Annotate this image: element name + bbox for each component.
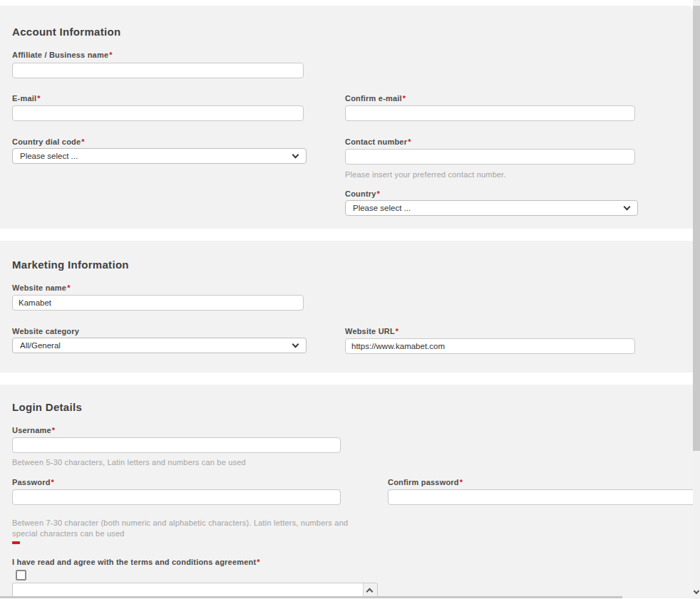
chevron-down-icon [292, 341, 299, 348]
required-asterisk: * [408, 137, 411, 146]
chevron-down-icon [292, 152, 299, 159]
password-help-text: Between 7-30 character (both numeric and… [12, 518, 372, 539]
website-category-label: Website category [12, 327, 79, 335]
scroll-down-arrow-icon[interactable] [694, 588, 699, 594]
required-asterisk: * [52, 426, 55, 434]
required-asterisk: * [377, 189, 380, 198]
vertical-scrollbar-thumb[interactable] [693, 6, 700, 451]
username-help-text: Between 5-30 characters, Latin letters a… [12, 457, 246, 468]
username-label: Username* [12, 426, 55, 434]
country-label: Country* [345, 189, 380, 198]
required-asterisk: * [396, 327, 398, 335]
horizontal-scrollbar-track[interactable] [0, 596, 693, 598]
terms-and-conditions-textbox[interactable] [12, 583, 378, 596]
country-dial-code-select[interactable]: Please select ... [12, 148, 307, 164]
website-url-input[interactable] [345, 338, 635, 354]
horizontal-scrollbar-thumb[interactable] [0, 596, 622, 598]
country-selected-value: Please select ... [353, 204, 411, 212]
required-asterisk: * [460, 478, 463, 486]
website-name-label: Website name* [12, 283, 71, 292]
required-asterisk: * [51, 478, 54, 486]
chevron-up-icon [366, 588, 374, 595]
website-url-label: Website URL* [345, 327, 398, 335]
required-asterisk: * [37, 94, 40, 103]
confirm-password-label: Confirm password* [388, 478, 463, 486]
scroll-up-arrow-icon[interactable] [694, 0, 700, 2]
chevron-down-icon [624, 204, 631, 211]
vertical-scrollbar-track[interactable] [693, 0, 700, 599]
contact-number-help-text: Please insert your preferred contact num… [345, 170, 506, 180]
required-asterisk: * [257, 558, 259, 566]
registration-form-page: Account Information Affiliate / Business… [0, 0, 700, 599]
required-asterisk: * [403, 94, 406, 103]
country-select[interactable]: Please select ... [345, 200, 638, 216]
login-section-title: Login Details [12, 401, 82, 413]
required-asterisk: * [109, 51, 112, 59]
contact-number-input[interactable] [345, 149, 635, 165]
country-dial-code-label: Country dial code* [12, 137, 85, 146]
country-dial-code-selected-value: Please select ... [20, 152, 78, 160]
account-section-title: Account Information [12, 26, 120, 38]
affiliate-name-input[interactable] [12, 63, 304, 78]
website-name-input[interactable] [12, 295, 304, 311]
website-category-select[interactable]: All/General [12, 338, 307, 353]
required-asterisk: * [81, 137, 84, 146]
validation-dash-indicator [12, 541, 20, 544]
email-label: E-mail* [12, 94, 41, 103]
terms-scrollbar[interactable] [363, 583, 377, 596]
terms-agreement-label: I have read and agree with the terms and… [12, 558, 260, 566]
confirm-email-input[interactable] [345, 105, 635, 121]
confirm-password-input[interactable] [388, 489, 695, 505]
username-input[interactable] [12, 437, 341, 453]
confirm-email-label: Confirm e-mail* [345, 94, 406, 103]
password-input[interactable] [12, 489, 341, 505]
password-label: Password* [12, 478, 54, 486]
terms-agreement-checkbox[interactable] [16, 570, 26, 580]
affiliate-name-label: Affiliate / Business name* [12, 51, 113, 59]
contact-number-label: Contact number* [345, 137, 411, 146]
email-input[interactable] [12, 105, 304, 121]
required-asterisk: * [67, 283, 70, 292]
website-category-selected-value: All/General [20, 341, 61, 350]
marketing-section-title: Marketing Information [12, 259, 129, 271]
